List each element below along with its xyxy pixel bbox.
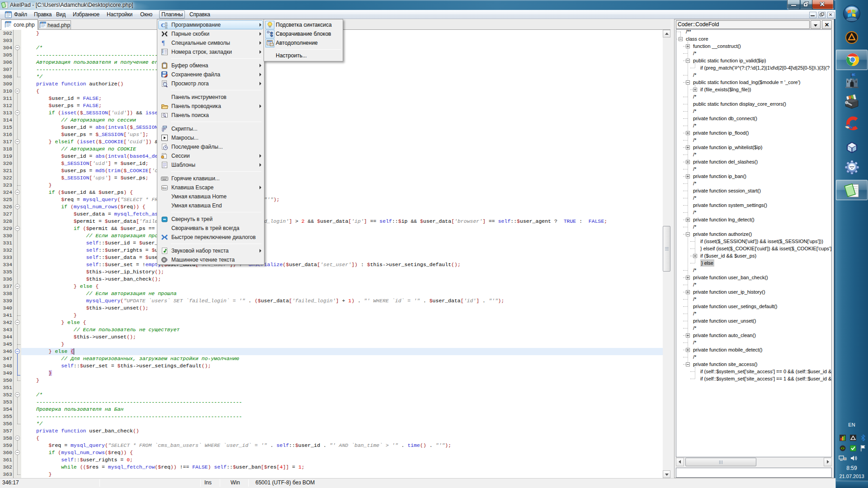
svg-text:01: 01 <box>165 26 168 29</box>
svg-text:Esc: Esc <box>162 187 167 189</box>
svg-text:C: C <box>161 22 165 28</box>
svg-text:¶: ¶ <box>162 40 165 47</box>
